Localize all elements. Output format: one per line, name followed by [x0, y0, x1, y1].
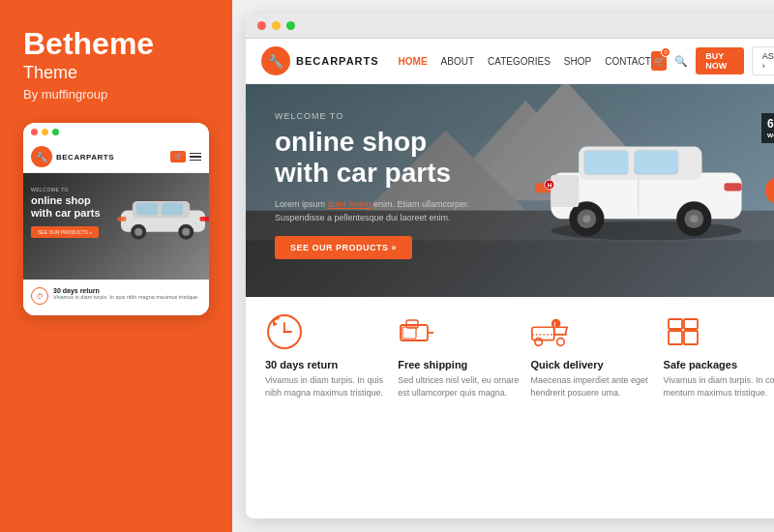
nav-link-about[interactable]: ABOUT [441, 56, 474, 67]
sm-logo-text: BECARPARTS [56, 153, 114, 162]
svg-point-25 [582, 215, 590, 222]
hero-badge: 600+ websites [761, 113, 774, 143]
browser-window: 🔧 BECARPARTS HOME ABOUT CATEGORIES SHOP … [246, 14, 774, 518]
small-device-mockup: 🔧 BECARPARTS 🛒 [23, 123, 209, 315]
sm-feat-desc: Vivamus in diam turpis. In quis nibh mag… [53, 294, 199, 301]
sm-hero-content: WELCOME TO online shop with car parts SE… [31, 187, 101, 237]
svg-point-5 [134, 228, 142, 236]
sm-nav: 🔧 BECARPARTS 🛒 [23, 141, 209, 173]
svg-marker-46 [554, 327, 567, 335]
sm-feature-item: ⏱ 30 days return Vivamus in diam turpis.… [31, 287, 201, 305]
browser-titlebar [246, 14, 774, 39]
feature-shipping-title: Free shipping [398, 359, 467, 370]
sm-hero-car [117, 183, 209, 246]
feature-return: 30 days return Vivamus in diam turpis. I… [265, 312, 388, 399]
right-panel: 🔧 BECARPARTS HOME ABOUT CATEGORIES SHOP … [232, 0, 774, 532]
site-hero: H WELCOME TO online shop with car parts … [246, 84, 774, 297]
svg-point-28 [690, 215, 698, 222]
nav-link-contact[interactable]: CONTACT [605, 56, 651, 67]
nav-cart-button[interactable]: 🛒 0 [651, 51, 667, 71]
svg-rect-2 [136, 203, 158, 216]
feature-packages: Safe packages Vivamus in diam turpis. In… [664, 312, 774, 399]
brand-author: By muffingroup [23, 87, 209, 102]
ask-button[interactable]: ASK › [752, 46, 774, 75]
svg-rect-19 [584, 151, 628, 175]
svg-point-50 [551, 319, 561, 329]
svg-rect-42 [402, 327, 416, 339]
sm-hero: WELCOME TO online shop with car parts SE… [23, 173, 209, 280]
sm-dot-yellow [42, 129, 48, 135]
hero-title: online shop with car parts [275, 127, 469, 189]
nav-link-home[interactable]: HOME [399, 56, 428, 67]
packages-icon [664, 312, 702, 351]
site-logo-area: 🔧 BECARPARTS [261, 46, 379, 75]
sm-titlebar [23, 123, 209, 141]
feature-shipping: Free shipping Sed ultrices nisl velit, e… [398, 312, 521, 399]
sm-nav-icons: 🛒 [170, 151, 201, 163]
svg-rect-55 [684, 319, 698, 329]
nav-link-shop[interactable]: SHOP [564, 56, 591, 67]
hero-cta-button[interactable]: SEE OUR PRODUCTS » [275, 236, 412, 259]
sm-feature-text: 30 days return Vivamus in diam turpis. I… [53, 287, 199, 301]
feature-packages-title: Safe packages [664, 359, 737, 370]
svg-rect-45 [532, 327, 554, 340]
sm-hero-title: online shop with car parts [31, 194, 101, 220]
svg-rect-8 [117, 217, 127, 222]
sm-cart-icon[interactable]: 🛒 [170, 151, 186, 163]
svg-text:H: H [548, 182, 552, 189]
sm-dot-red [31, 129, 38, 135]
site-nav-links: HOME ABOUT CATEGORIES SHOP CONTACT [399, 56, 651, 67]
nav-link-categories[interactable]: CATEGORIES [488, 56, 551, 67]
search-icon[interactable]: 🔍 [674, 55, 688, 68]
sm-logo-area: 🔧 BECARPARTS [31, 146, 114, 167]
return-icon [265, 312, 304, 351]
svg-rect-53 [684, 331, 698, 344]
hero-car: H [535, 113, 758, 249]
feature-shipping-desc: Sed ultrices nisl velit, eu ornare est u… [398, 374, 521, 399]
svg-rect-52 [669, 331, 682, 344]
sm-welcome-text: WELCOME TO [31, 187, 101, 192]
sm-feat-title: 30 days return [53, 287, 199, 294]
svg-rect-30 [724, 183, 741, 191]
site-nav: 🔧 BECARPARTS HOME ABOUT CATEGORIES SHOP … [246, 39, 774, 84]
left-panel: Betheme Theme By muffingroup 🔧 BECARPART… [0, 0, 232, 532]
shipping-icon [398, 312, 436, 351]
sm-hamburger-icon[interactable] [190, 153, 201, 162]
b-dot-green [286, 21, 295, 30]
sm-return-icon: ⏱ [31, 287, 48, 305]
features-section: 30 days return Vivamus in diam turpis. I… [246, 297, 774, 412]
site-nav-actions: 🛒 0 🔍 BUY NOW ASK › [651, 46, 774, 75]
hero-description: Lorem ipsum dolor lorem enim. Etiam ulla… [275, 198, 469, 224]
hero-welcome-text: WELCOME TO [275, 111, 469, 121]
sm-features: ⏱ 30 days return Vivamus in diam turpis.… [23, 280, 209, 315]
svg-rect-54 [669, 319, 682, 329]
svg-rect-33 [551, 175, 579, 207]
svg-rect-9 [200, 217, 210, 222]
feature-return-desc: Vivamus in diam turpis. In quis nibh mag… [265, 374, 388, 399]
brand-title: Betheme [23, 27, 209, 61]
site-logo-text: BECARPARTS [296, 55, 379, 67]
feature-delivery-desc: Maecenas imperdiet ante eget hendrerit p… [530, 374, 653, 399]
feature-return-title: 30 days return [265, 359, 338, 370]
svg-point-7 [182, 228, 190, 236]
cart-badge: 0 [661, 47, 670, 57]
sm-logo-icon: 🔧 [31, 146, 52, 167]
hero-content: WELCOME TO online shop with car parts Lo… [275, 111, 469, 259]
b-dot-red [257, 21, 266, 30]
b-dot-yellow [272, 21, 281, 30]
feature-delivery: ! Quick delivery Maecenas imperdiet ante… [530, 312, 653, 399]
svg-rect-20 [634, 151, 677, 175]
svg-text:!: ! [554, 321, 556, 328]
svg-point-48 [557, 339, 565, 346]
feature-delivery-title: Quick delivery [530, 359, 603, 370]
delivery-icon: ! [530, 312, 569, 351]
feature-packages-desc: Vivamus in diam turpis. In condi mentum … [664, 374, 774, 399]
svg-rect-3 [162, 203, 183, 216]
sm-dot-green [52, 129, 59, 135]
buy-now-button[interactable]: BUY NOW [696, 47, 744, 74]
site-logo-icon: 🔧 [261, 46, 290, 75]
sm-cta-button[interactable]: SEE OUR PRODUCTS » [31, 226, 99, 238]
brand-subtitle: Theme [23, 63, 209, 83]
